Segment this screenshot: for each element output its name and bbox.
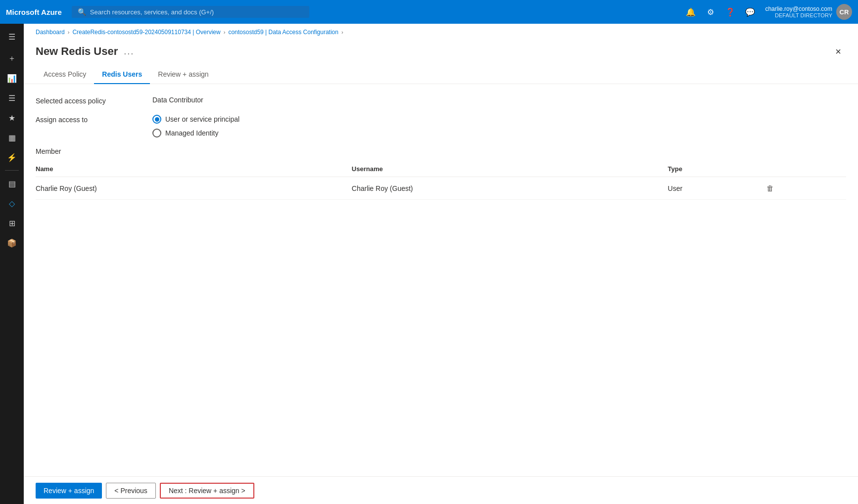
col-name: Name <box>36 161 352 177</box>
col-actions <box>764 161 846 177</box>
sidebar-item-tiles[interactable]: ▦ <box>3 129 21 146</box>
help-button[interactable]: ❓ <box>721 3 739 21</box>
page-title: New Redis User <box>36 45 118 58</box>
selected-policy-label: Selected access policy <box>36 96 144 105</box>
delete-row-button[interactable]: 🗑 <box>764 182 776 194</box>
panel-more-options[interactable]: ... <box>124 46 134 57</box>
breadcrumb-dashboard[interactable]: Dashboard <box>36 29 65 36</box>
previous-button[interactable]: < Previous <box>106 483 156 499</box>
member-label: Member <box>36 147 846 155</box>
col-type: Type <box>668 161 765 177</box>
sidebar-toggle[interactable]: ☰ <box>3 28 21 46</box>
table-row: Charlie Roy (Guest) Charlie Roy (Guest) … <box>36 177 846 200</box>
brand-label: Microsoft Azure <box>6 8 62 16</box>
bottom-bar: Review + assign < Previous Next : Review… <box>24 476 858 504</box>
settings-button[interactable]: ⚙ <box>702 3 719 21</box>
assign-access-label: Assign access to <box>36 115 144 124</box>
sidebar-item-dashboard[interactable]: 📊 <box>3 69 21 87</box>
sidebar-item-list[interactable]: ☰ <box>3 89 21 107</box>
next-review-assign-button[interactable]: Next : Review + assign > <box>160 483 254 499</box>
search-input[interactable] <box>90 8 303 16</box>
feedback-button[interactable]: 💬 <box>741 3 759 21</box>
radio-inner-user <box>155 117 159 122</box>
cell-username: Charlie Roy (Guest) <box>352 177 668 200</box>
user-directory: DEFAULT DIRECTORY <box>765 12 832 18</box>
sidebar-item-table[interactable]: ▤ <box>3 175 21 192</box>
cell-delete: 🗑 <box>764 177 846 200</box>
review-assign-button[interactable]: Review + assign <box>36 483 102 499</box>
member-section: Member Name Username Type Charlie Roy (G… <box>36 147 846 200</box>
sidebar: ☰ ＋ 📊 ☰ ★ ▦ ⚡ ▤ ◇ ⊞ 📦 <box>0 24 24 504</box>
breadcrumb-sep-1: › <box>68 29 70 35</box>
notifications-button[interactable]: 🔔 <box>682 3 700 21</box>
radio-user-service-principal[interactable]: User or service principal <box>152 115 239 124</box>
close-button[interactable]: × <box>830 44 846 59</box>
panel-header: New Redis User ... × <box>24 36 858 65</box>
radio-label-managed: Managed Identity <box>165 129 218 137</box>
col-username: Username <box>352 161 668 177</box>
radio-circle-user <box>152 115 161 124</box>
tab-review-assign[interactable]: Review + assign <box>150 65 216 84</box>
breadcrumb-sep-2: › <box>224 29 226 35</box>
cell-name: Charlie Roy (Guest) <box>36 177 352 200</box>
breadcrumb-sep-3: › <box>341 29 343 35</box>
search-bar[interactable]: 🔍 <box>72 6 309 18</box>
main-content: Dashboard › CreateRedis-contosostd59-202… <box>24 24 858 504</box>
selected-policy-value: Data Contributor <box>152 96 203 104</box>
radio-label-user: User or service principal <box>165 115 239 123</box>
user-menu[interactable]: charlie.roy@contoso.com DEFAULT DIRECTOR… <box>765 4 852 20</box>
sidebar-item-lightning[interactable]: ⚡ <box>3 148 21 166</box>
selected-policy-row: Selected access policy Data Contributor <box>36 96 846 105</box>
topbar: Microsoft Azure 🔍 🔔 ⚙ ❓ 💬 charlie.roy@co… <box>0 0 858 24</box>
tab-access-policy[interactable]: Access Policy <box>36 65 94 84</box>
cell-type: User <box>668 177 765 200</box>
panel-content: Selected access policy Data Contributor … <box>24 84 858 504</box>
breadcrumb-create-redis[interactable]: CreateRedis-contosostd59-20240509110734 … <box>72 29 220 36</box>
sidebar-item-favorites[interactable]: ★ <box>3 109 21 127</box>
sidebar-item-box[interactable]: 📦 <box>3 234 21 252</box>
topbar-icons: 🔔 ⚙ ❓ 💬 <box>682 3 759 21</box>
assign-access-row: Assign access to User or service princip… <box>36 115 846 137</box>
breadcrumb-data-access[interactable]: contosostd59 | Data Access Configuration <box>228 29 338 36</box>
sidebar-item-grid[interactable]: ⊞ <box>3 214 21 232</box>
user-email: charlie.roy@contoso.com <box>765 5 832 12</box>
tab-redis-users[interactable]: Redis Users <box>94 65 150 84</box>
search-icon: 🔍 <box>78 8 86 16</box>
radio-circle-managed <box>152 129 161 137</box>
sidebar-item-add[interactable]: ＋ <box>3 49 21 67</box>
breadcrumb: Dashboard › CreateRedis-contosostd59-202… <box>24 24 858 36</box>
avatar: CR <box>836 4 852 20</box>
radio-group-access: User or service principal Managed Identi… <box>152 115 239 137</box>
member-table: Name Username Type Charlie Roy (Guest) C… <box>36 161 846 200</box>
tabs: Access Policy Redis Users Review + assig… <box>24 65 858 84</box>
radio-managed-identity[interactable]: Managed Identity <box>152 129 239 137</box>
sidebar-item-diamond[interactable]: ◇ <box>3 194 21 212</box>
